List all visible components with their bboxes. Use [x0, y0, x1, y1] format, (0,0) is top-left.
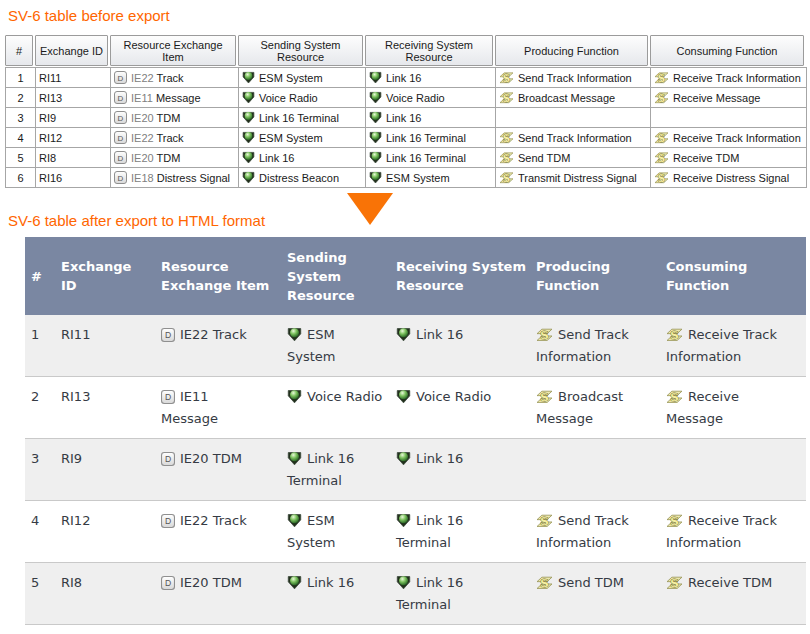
- item-id: IE20: [131, 112, 154, 124]
- cell-receiving: Link 16 Terminal: [366, 148, 496, 168]
- cell-receiving: ESM System: [390, 625, 530, 634]
- function-icon: [536, 327, 553, 342]
- column-header-consuming-function: Consuming Function: [650, 35, 804, 66]
- resource-icon: [242, 131, 255, 144]
- column-header-sending-system-resource: Sending System Resource: [238, 35, 363, 66]
- cell-num: 2: [6, 88, 36, 108]
- cell-consuming: Receive Track Information: [660, 501, 806, 563]
- before-title: SV-6 table before export: [8, 7, 170, 25]
- resource-icon: [287, 513, 302, 528]
- resource-icon: [242, 71, 255, 84]
- function-icon: [499, 71, 514, 84]
- data-element-icon: [114, 111, 127, 124]
- column-header-resource-exchange-item: Resource Exchange Item: [155, 237, 281, 315]
- item-name: TDM: [157, 112, 181, 124]
- item-name: TDM: [157, 152, 181, 164]
- resource-icon: [242, 111, 255, 124]
- cell-num: 5: [25, 563, 55, 625]
- cell-producing: Broadcast Message: [530, 377, 660, 439]
- cell-sending: ESM System: [281, 315, 390, 377]
- cell-sending: Distress Beacon: [281, 625, 390, 634]
- item-name: Track: [157, 72, 184, 84]
- item-name: Distress Signal: [157, 172, 230, 184]
- cell-producing: [496, 108, 651, 128]
- sv6-export-comparison-page: SV-6 table before export # Exchange ID R…: [0, 0, 810, 634]
- table-row: 5 RI8 IE20 TDM Link 16 Link 16 Terminal …: [25, 563, 806, 625]
- cell-consuming: Receive Distress Signal: [660, 625, 806, 634]
- cell-receiving: Link 16: [390, 315, 530, 377]
- resource-icon: [396, 575, 411, 590]
- function-icon: [654, 91, 669, 104]
- cell-exchange-id: RI9: [36, 108, 111, 128]
- column-header-producing-function: Producing Function: [495, 35, 648, 66]
- function-icon: [499, 151, 514, 164]
- resource-icon: [396, 513, 411, 528]
- function-icon: [654, 71, 669, 84]
- cell-exchange-id: RI13: [36, 88, 111, 108]
- cell-consuming: Receive TDM: [660, 563, 806, 625]
- item-id: IE22: [131, 72, 154, 84]
- cell-consuming: Receive Message: [651, 88, 807, 108]
- data-element-icon: [114, 131, 127, 144]
- cell-consuming: Receive TDM: [651, 148, 807, 168]
- export-transform-arrow-icon: [347, 193, 393, 225]
- resource-icon: [287, 451, 302, 466]
- table-row: 4 RI12 IE22 Track ESM System Link 16 Ter…: [25, 501, 806, 563]
- table-row: 2 RI13 IE11 Message Voice Radio Voice Ra…: [25, 377, 806, 439]
- resource-icon: [287, 327, 302, 342]
- cell-item: IE22 Track: [155, 315, 281, 377]
- cell-receiving: Link 16: [366, 108, 496, 128]
- resource-icon: [369, 171, 382, 184]
- before-table-header: # Exchange ID Resource Exchange Item Sen…: [5, 35, 806, 66]
- function-icon: [536, 575, 553, 590]
- cell-item: IE18 Distress Signal: [111, 168, 239, 188]
- item-name: Track: [157, 132, 184, 144]
- column-header-exchange-id: Exchange ID: [35, 35, 108, 66]
- cell-receiving: Link 16 Terminal: [390, 501, 530, 563]
- function-icon: [666, 513, 683, 528]
- after-title: SV-6 table after export to HTML format: [8, 212, 265, 230]
- column-header-num: #: [25, 237, 55, 315]
- table-row: 2 RI13 IE11 Message Voice Radio Voice Ra…: [6, 88, 807, 108]
- cell-item: IE22 Track: [111, 128, 239, 148]
- cell-receiving: Link 16 Terminal: [390, 563, 530, 625]
- cell-num: 1: [25, 315, 55, 377]
- cell-item: IE18 Distress Signal: [155, 625, 281, 634]
- cell-num: 6: [25, 625, 55, 634]
- resource-icon: [242, 151, 255, 164]
- cell-num: 2: [25, 377, 55, 439]
- column-header-num: #: [5, 35, 33, 66]
- resource-icon: [369, 131, 382, 144]
- cell-receiving: Link 16 Terminal: [366, 128, 496, 148]
- column-header-resource-exchange-item: Resource Exchange Item: [110, 35, 236, 66]
- cell-exchange-id: RI8: [36, 148, 111, 168]
- resource-icon: [287, 575, 302, 590]
- resource-icon: [369, 151, 382, 164]
- function-icon: [499, 91, 514, 104]
- data-element-icon: [114, 151, 127, 164]
- function-icon: [666, 575, 683, 590]
- column-header-consuming-function: Consuming Function: [660, 237, 806, 315]
- item-id: IE18: [131, 172, 154, 184]
- table-row: 6 RI16 IE18 Distress Signal Distress Bea…: [6, 168, 807, 188]
- cell-producing: Broadcast Message: [496, 88, 651, 108]
- cell-producing: Send TDM: [496, 148, 651, 168]
- cell-sending: ESM System: [239, 128, 366, 148]
- cell-sending: Link 16: [281, 563, 390, 625]
- cell-sending: ESM System: [239, 68, 366, 88]
- cell-item: IE11 Message: [111, 88, 239, 108]
- function-icon: [654, 171, 669, 184]
- function-icon: [654, 131, 669, 144]
- column-header-receiving-system-resource: Receiving System Resource: [365, 35, 493, 66]
- cell-exchange-id: RI16: [55, 625, 155, 634]
- cell-consuming: [660, 439, 806, 501]
- column-header-exchange-id: Exchange ID: [55, 237, 155, 315]
- cell-sending: Link 16 Terminal: [239, 108, 366, 128]
- cell-item: IE20 TDM: [111, 108, 239, 128]
- table-row: 1 RI11 IE22 Track ESM System Link 16 Sen…: [25, 315, 806, 377]
- sv6-table-after: # Exchange ID Resource Exchange Item Sen…: [25, 237, 806, 634]
- cell-sending: Distress Beacon: [239, 168, 366, 188]
- cell-receiving: Link 16: [366, 68, 496, 88]
- cell-item: IE22 Track: [155, 501, 281, 563]
- cell-consuming: Receive Message: [660, 377, 806, 439]
